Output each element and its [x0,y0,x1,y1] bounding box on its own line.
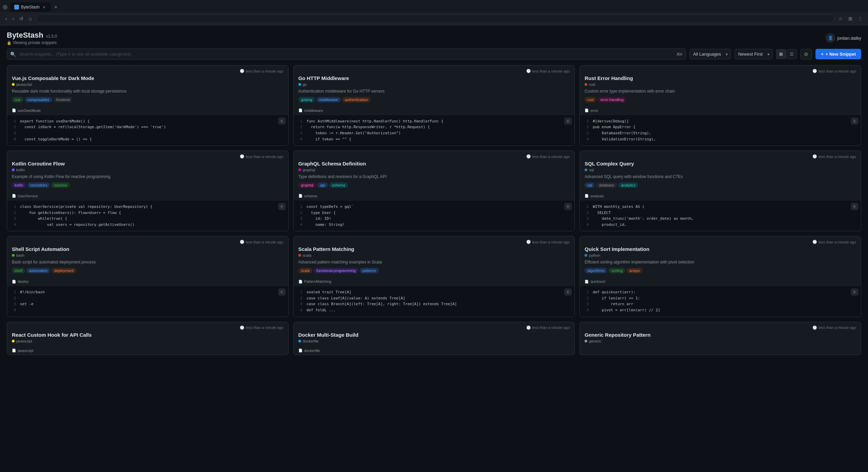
card-body: Rust Error Handling rust Custom error ty… [580,73,861,109]
app-container: ByteStash v1.5.0 🔒 Viewing private snipp… [0,25,868,355]
back-btn[interactable]: ‹ [4,15,8,22]
app-title: ByteStash [7,31,43,40]
copy-btn[interactable]: ⎘ [278,118,285,124]
line-code: fun getActiveUsers(): Flow<User> = flow … [20,210,121,216]
snippet-card[interactable]: 🕐 less than a minute ago Vue.js Composab… [7,65,289,146]
card-body: Docker Multi-Stage Build dockerfile [294,330,575,349]
snippet-card[interactable]: 🕐 less than a minute ago React Custom Ho… [7,322,289,355]
card-body: Vue.js Composable for Dark Mode javascri… [7,73,288,109]
copy-btn[interactable]: ⎘ [851,203,858,210]
line-code: #!/bin/bash [20,289,45,295]
copy-btn[interactable]: ⎘ [851,289,858,295]
new-tab-btn[interactable]: + [52,3,60,11]
line-code: pivot = arr[len(arr) // 2] [593,307,660,313]
card-tags: scalafunctional-programmingpatterns [298,268,570,273]
card-tags: rusterror-handling [585,97,856,102]
snippet-card[interactable]: 🕐 less than a minute ago Go HTTP Middlew… [293,65,575,146]
tag: scala [298,268,313,273]
line-code: export function useDarkMode() { [20,118,90,124]
card-header: 🕐 less than a minute ago [7,236,288,244]
file-icon: 📄 [12,194,16,198]
lang-label: bash [16,253,24,257]
tag: algorithms [585,268,607,273]
username-label: jordan.dalby [837,36,861,41]
extensions-btn[interactable]: ⊞ [847,15,854,22]
snippet-card[interactable]: 🕐 less than a minute ago Scala Pattern M… [293,236,575,317]
snippet-card[interactable]: 🕐 less than a minute ago Rust Error Hand… [579,65,861,146]
language-filter[interactable]: All Languages JavaScript Go Rust Python [689,49,731,59]
copy-btn[interactable]: ⎘ [278,289,285,295]
card-lang: python [585,253,856,257]
search-input[interactable] [7,48,686,60]
code-line: 3 return arr [585,301,856,307]
card-lang: rust [585,82,856,86]
card-body: Scala Pattern Matching scala Advanced pa… [294,244,575,279]
snippet-card[interactable]: 🕐 less than a minute ago SQL Complex Que… [579,151,861,231]
menu-btn[interactable]: ⋮ [856,15,864,22]
card-lang: generic [585,339,856,343]
copy-btn[interactable]: ⎘ [565,203,572,210]
browser-tab[interactable]: ByteStash ✕ [10,2,51,12]
timestamp-text: less than a minute ago [246,326,283,330]
new-snippet-btn[interactable]: + + New Snippet [815,49,861,59]
toolbar: 🔍 ⌘K All Languages JavaScript Go Rust Py… [7,48,861,60]
line-code: SELECT [593,210,611,216]
home-btn[interactable]: ⌂ [27,15,33,22]
card-body: Generic Repository Pattern generic [580,330,861,349]
card-filename: 📄 PatternMatching [294,279,575,283]
code-line: 2 return func(w http.ResponseWriter, r *… [298,124,570,130]
card-tags: golangmiddlewareauthentication [298,97,570,102]
line-number: 3 [12,216,16,222]
forward-btn[interactable]: › [11,15,16,22]
settings-btn[interactable]: ⚙ [800,49,812,60]
sort-filter[interactable]: Newest First Oldest First A-Z [734,49,773,59]
copy-btn[interactable]: ⎘ [851,118,858,124]
snippet-card[interactable]: 🕐 less than a minute ago GraphQL Schema … [293,151,575,231]
app-title-row: ByteStash v1.5.0 [7,31,57,40]
clock-icon: 🕐 [240,240,244,244]
browser-favicon [3,5,7,9]
line-number: 3 [585,301,589,307]
clock-icon: 🕐 [526,69,531,73]
tag: automation [26,268,50,273]
grid-view-btn[interactable]: ⊞ [776,49,786,59]
code-line: 3 DatabaseError(String), [585,130,856,136]
user-menu-btn[interactable]: 👤 jordan.dalby [826,33,861,43]
snippet-card[interactable]: 🕐 less than a minute ago Kotlin Coroutin… [7,151,289,231]
line-code: id: ID! [307,216,331,222]
tab-favicon [14,5,19,9]
copy-btn[interactable]: ⎘ [565,289,572,295]
snippet-card[interactable]: 🕐 less than a minute ago Quick Sort Impl… [579,236,861,317]
snippet-card[interactable]: 🕐 less than a minute ago Shell Script Au… [7,236,289,317]
lang-dot [585,169,587,171]
list-view-btn[interactable]: ☰ [787,49,797,59]
card-title: Docker Multi-Stage Build [298,332,570,338]
url-input[interactable] [36,14,834,23]
copy-btn[interactable]: ⎘ [278,203,285,210]
tab-close-btn[interactable]: ✕ [42,5,46,9]
snippet-card[interactable]: 🕐 less than a minute ago Generic Reposit… [579,322,861,355]
card-header: 🕐 less than a minute ago [7,65,288,73]
card-header: 🕐 less than a minute ago [7,322,288,330]
clock-icon: 🕐 [812,154,817,159]
card-body: React Custom Hook for API Calls javascri… [7,330,288,349]
lang-dot [585,254,587,257]
card-title: React Custom Hook for API Calls [12,332,283,338]
card-filename: 📄 schema [294,194,575,198]
copy-btn[interactable]: ⎘ [565,118,572,124]
code-line: 2 const isDark = ref(localStorage.getIte… [12,124,283,130]
card-timestamp: 🕐 less than a minute ago [240,154,283,159]
card-timestamp: 🕐 less than a minute ago [812,69,856,73]
card-timestamp: 🕐 less than a minute ago [240,326,283,330]
snippet-card[interactable]: 🕐 less than a minute ago Docker Multi-St… [293,322,575,355]
card-header: 🕐 less than a minute ago [294,151,575,159]
lang-label: javascript [16,82,32,86]
bookmark-btn[interactable]: ☆ [837,15,844,22]
line-number: 1 [585,289,589,295]
card-title: Kotlin Coroutine Flow [12,161,283,166]
timestamp-text: less than a minute ago [246,69,283,73]
address-bar: ‹ › ↺ ⌂ ☆ ⊞ ⋮ [0,12,868,25]
refresh-btn[interactable]: ↺ [18,15,25,22]
tag: frontend [54,97,73,102]
line-number: 3 [12,130,16,136]
